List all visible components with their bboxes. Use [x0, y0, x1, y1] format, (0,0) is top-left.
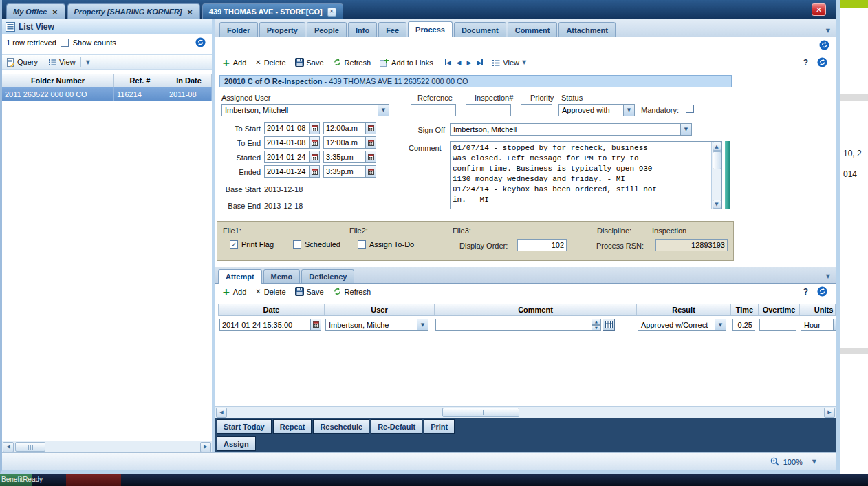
reference-input[interactable]: [411, 104, 456, 116]
column-header-result[interactable]: Result: [637, 304, 731, 315]
print-button[interactable]: Print: [424, 419, 455, 434]
nav-first-button[interactable]: ◀: [445, 59, 451, 66]
ended-date-input[interactable]: 2014-01-24: [264, 165, 310, 178]
save-button[interactable]: Save: [295, 58, 324, 67]
display-order-input[interactable]: 102: [517, 239, 567, 251]
assign-button[interactable]: Assign: [217, 436, 256, 451]
tab-overflow-icon[interactable]: ▼: [826, 28, 830, 34]
scroll-right-arrow[interactable]: ▶: [824, 408, 835, 418]
comment-textarea[interactable]: 01/07/14 - stopped by for recheck, busin…: [450, 141, 722, 209]
calendar-icon[interactable]: [310, 136, 320, 149]
tab-property[interactable]: Property: [259, 22, 305, 37]
tab-fee[interactable]: Fee: [378, 22, 406, 37]
window-tab-property[interactable]: Property [SHARING KORNER] ×: [67, 3, 200, 19]
tab-process[interactable]: Process: [408, 21, 453, 37]
repeat-button[interactable]: Repeat: [273, 419, 312, 434]
sub-tab-memo[interactable]: Memo: [263, 269, 301, 283]
sync-icon[interactable]: [817, 57, 827, 67]
scroll-thumb[interactable]: [442, 408, 519, 417]
re-default-button[interactable]: Re-Default: [371, 419, 422, 434]
status-select[interactable]: Approved with ▼: [558, 104, 635, 116]
sync-icon[interactable]: [817, 286, 827, 297]
query-button[interactable]: Query: [6, 58, 38, 67]
chevron-down-icon[interactable]: ▼: [378, 105, 389, 116]
table-row-selected[interactable]: 2011 263522 000 00 CO 116214 2011-08: [2, 87, 212, 101]
attempt-comment-input[interactable]: [435, 319, 592, 331]
calendar-icon[interactable]: [310, 122, 320, 134]
delete-button[interactable]: ✕ Delete: [255, 59, 285, 67]
sync-icon[interactable]: [819, 40, 829, 50]
started-time-input[interactable]: 3:35p.m: [323, 151, 366, 163]
assign-todo-checkbox[interactable]: [358, 240, 366, 249]
chevron-down-icon[interactable]: ▼: [680, 124, 691, 135]
sub-tab-overflow-icon[interactable]: ▼: [826, 273, 830, 279]
to-end-date-input[interactable]: 2014-01-08: [264, 136, 310, 149]
attempt-overtime-input[interactable]: [759, 319, 796, 331]
tab-attachment[interactable]: Attachment: [558, 22, 616, 37]
chevron-down-icon[interactable]: ▼: [715, 319, 726, 330]
view-button[interactable]: View: [48, 58, 76, 66]
scroll-thumb[interactable]: [713, 151, 721, 169]
scheduled-checkbox[interactable]: [293, 240, 301, 249]
mandatory-checkbox[interactable]: [686, 105, 694, 113]
column-header-time[interactable]: Time: [731, 304, 759, 315]
view-dropdown-icon[interactable]: ▼: [522, 59, 526, 65]
scroll-right-arrow[interactable]: ▶: [200, 442, 211, 452]
column-header-in-date[interactable]: In Date: [166, 74, 212, 87]
column-header-ref[interactable]: Ref. #: [114, 74, 166, 87]
column-header-user[interactable]: User: [325, 304, 435, 315]
clock-icon[interactable]: [366, 151, 376, 163]
to-end-time-input[interactable]: 12:00a.m: [323, 136, 366, 149]
sub-tab-deficiency[interactable]: Deficiency: [301, 269, 354, 283]
spinner-down-icon[interactable]: ▼: [592, 325, 601, 331]
taskbar-button-fragment[interactable]: [66, 474, 121, 486]
chevron-down-icon[interactable]: ▼: [417, 319, 428, 330]
clock-icon[interactable]: [366, 165, 376, 178]
calendar-icon[interactable]: [310, 165, 320, 178]
scroll-down-arrow[interactable]: ▼: [713, 200, 721, 209]
ended-time-input[interactable]: 3:35p.m: [323, 165, 366, 178]
column-header-folder-number[interactable]: Folder Number: [2, 74, 114, 87]
comment-resize-bar[interactable]: [725, 141, 730, 209]
nav-next-button[interactable]: ▶: [467, 59, 472, 66]
inspection-number-input[interactable]: [466, 104, 511, 116]
view-button[interactable]: View ▼: [492, 59, 526, 67]
refresh-button[interactable]: Refresh: [333, 58, 371, 67]
nav-last-button[interactable]: ▶: [477, 59, 483, 66]
window-tab-my-office[interactable]: My Office ×: [6, 3, 65, 19]
scroll-thumb[interactable]: [15, 442, 45, 452]
attempt-user-select[interactable]: Imbertson, Mitche ▼: [325, 319, 428, 331]
tab-close-icon[interactable]: ×: [187, 8, 193, 16]
column-header-date[interactable]: Date: [219, 304, 325, 315]
tab-comment[interactable]: Comment: [508, 22, 558, 37]
column-header-comment[interactable]: Comment: [435, 304, 637, 315]
window-close-button[interactable]: ✕: [812, 3, 826, 16]
tab-document[interactable]: Document: [454, 22, 506, 37]
reschedule-button[interactable]: Reschedule: [313, 419, 369, 434]
chevron-down-icon[interactable]: ▼: [833, 319, 836, 330]
chevron-down-icon[interactable]: ▼: [623, 105, 634, 116]
help-button[interactable]: ?: [803, 287, 808, 297]
clock-icon[interactable]: [366, 136, 376, 149]
sync-icon[interactable]: [195, 37, 206, 47]
attempt-result-select[interactable]: Approved w/Correct ▼: [638, 319, 726, 331]
comment-editor-button[interactable]: [603, 319, 615, 331]
priority-input[interactable]: [521, 104, 552, 116]
tab-folder[interactable]: Folder: [219, 22, 258, 37]
attempt-date-input[interactable]: 2014-01-24 15:35:00: [219, 319, 311, 331]
tab-close-icon[interactable]: ×: [52, 8, 58, 16]
refresh-button[interactable]: Refresh: [333, 287, 371, 296]
help-button[interactable]: ?: [803, 58, 808, 67]
sign-off-select[interactable]: Imbertson, Mitchell ▼: [450, 123, 692, 136]
to-start-time-input[interactable]: 12:00a.m: [323, 122, 366, 134]
attempt-unit-select[interactable]: Hour ▼: [801, 319, 836, 331]
clock-icon[interactable]: [366, 122, 376, 134]
start-today-button[interactable]: Start Today: [217, 419, 272, 434]
add-to-links-button[interactable]: Add to Links: [380, 58, 433, 67]
started-date-input[interactable]: 2014-01-24: [264, 151, 310, 163]
add-button[interactable]: + Add: [222, 287, 246, 297]
column-header-overtime[interactable]: Overtime: [759, 304, 800, 315]
attempt-time-input[interactable]: 0.25: [732, 319, 755, 331]
sub-tab-attempt[interactable]: Attempt: [218, 269, 262, 284]
column-header-units[interactable]: Units: [800, 304, 836, 315]
